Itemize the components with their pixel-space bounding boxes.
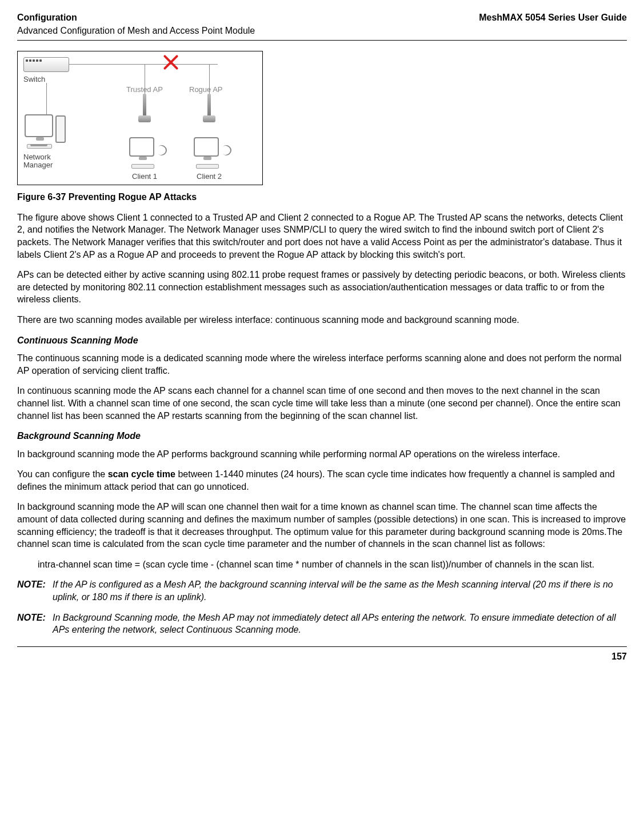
- figure-caption: Figure 6-37 Preventing Rogue AP Attacks: [17, 191, 627, 203]
- paragraph: There are two scanning modes available p…: [17, 314, 627, 326]
- paragraph: The continuous scanning mode is a dedica…: [17, 352, 627, 377]
- note-label: NOTE:: [17, 578, 53, 603]
- page-header: Configuration Advanced Configuration of …: [17, 11, 627, 37]
- formula: intra-channel scan time = (scan cycle ti…: [38, 558, 627, 571]
- trusted-ap-label: Trusted AP: [126, 85, 163, 95]
- wifi-icon: [219, 143, 233, 157]
- paragraph: APs can be detected either by active sca…: [17, 269, 627, 306]
- nm-label-line1: Network: [23, 153, 51, 161]
- header-guide-title: MeshMAX 5054 Series User Guide: [479, 11, 627, 24]
- header-left: Configuration Advanced Configuration of …: [17, 11, 255, 37]
- paragraph: You can configure the scan cycle time be…: [17, 468, 627, 493]
- paragraph: In background scanning mode the AP perfo…: [17, 448, 627, 461]
- network-manager-label: Network Manager: [23, 153, 53, 170]
- footer-rule: [17, 646, 627, 647]
- continuous-scanning-heading: Continuous Scanning Mode: [17, 334, 627, 347]
- scan-cycle-time-term: scan cycle time: [108, 469, 175, 479]
- note-text: If the AP is configured as a Mesh AP, th…: [53, 578, 627, 603]
- note: NOTE: In Background Scanning mode, the M…: [17, 612, 627, 636]
- background-scanning-heading: Background Scanning Mode: [17, 430, 627, 442]
- text: You can configure the: [17, 469, 108, 479]
- nm-label-line2: Manager: [23, 161, 53, 169]
- wifi-icon: [154, 143, 169, 157]
- switch-ports-icon: [26, 59, 42, 62]
- client1-label: Client 1: [132, 171, 157, 182]
- rogue-ap-icon: [201, 94, 218, 128]
- client2-icon: [194, 137, 228, 169]
- client2-label: Client 2: [197, 171, 222, 182]
- trusted-ap-icon: [136, 94, 153, 128]
- rogue-ap-label: Rogue AP: [189, 85, 223, 95]
- note-text: In Background Scanning mode, the Mesh AP…: [53, 612, 627, 636]
- paragraph: In background scanning mode the AP will …: [17, 501, 627, 550]
- header-section: Configuration: [17, 11, 255, 24]
- note: NOTE: If the AP is configured as a Mesh …: [17, 578, 627, 603]
- paragraph: In continuous scanning mode the AP scans…: [17, 385, 627, 422]
- header-subsection: Advanced Configuration of Mesh and Acces…: [17, 25, 255, 37]
- note-label: NOTE:: [17, 612, 53, 636]
- header-rule: [17, 40, 627, 41]
- switch-label: Switch: [23, 74, 45, 85]
- client1-icon: [129, 137, 163, 169]
- page-number: 157: [17, 650, 627, 663]
- paragraph: The figure above shows Client 1 connecte…: [17, 211, 627, 261]
- rogue-ap-diagram: Switch Trusted AP Rogue AP Network Manag…: [17, 51, 263, 185]
- blocked-connection-icon: [162, 54, 179, 71]
- network-manager-icon: [25, 114, 65, 149]
- wire-to-network-manager: [46, 83, 47, 114]
- wire-horizontal: [69, 64, 218, 65]
